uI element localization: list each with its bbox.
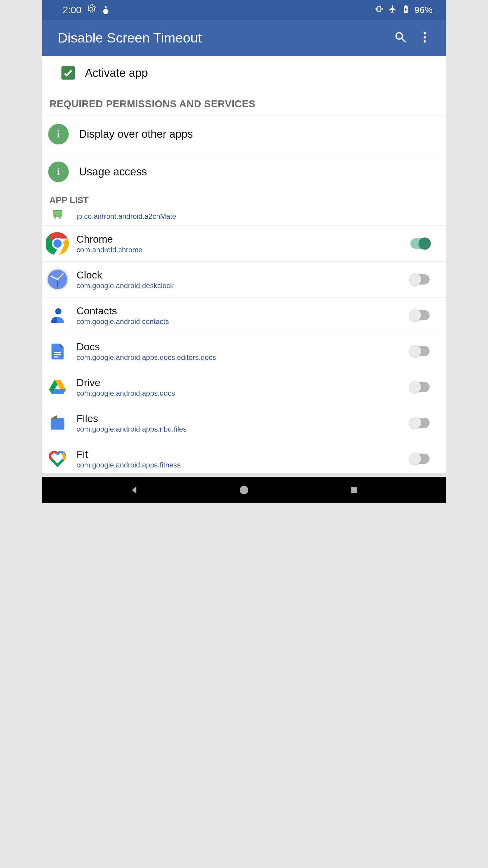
app-row-clock[interactable]: Clock com.google.android.deskclock: [42, 261, 446, 298]
app-row-chrome[interactable]: Chrome com.android.chrome: [42, 226, 446, 261]
status-right: 96%: [375, 4, 432, 16]
battery-icon: [401, 4, 410, 16]
app-package: com.google.android.contacts: [76, 317, 410, 326]
app-toggle[interactable]: [410, 346, 429, 356]
nav-recents-button[interactable]: [336, 481, 372, 499]
docs-icon: [46, 339, 69, 363]
svg-rect-1: [105, 6, 107, 9]
app-text: jp.co.airfront.android.a2chMate: [76, 212, 410, 221]
clock-icon: [46, 268, 69, 291]
app-name: Clock: [76, 269, 410, 281]
app-icon: [46, 210, 69, 222]
app-package: com.google.android.apps.fitness: [76, 461, 410, 469]
svg-point-3: [424, 32, 426, 35]
svg-rect-20: [54, 354, 61, 355]
app-package: jp.co.airfront.android.a2chMate: [76, 212, 410, 221]
app-toggle[interactable]: [410, 274, 429, 284]
chrome-icon: [46, 232, 69, 255]
status-bar: 2:00 96%: [42, 0, 446, 20]
permission-label: Display over other apps: [79, 128, 193, 141]
status-time: 2:00: [63, 4, 82, 16]
app-row[interactable]: jp.co.airfront.android.a2chMate: [42, 210, 446, 226]
svg-rect-24: [351, 487, 357, 493]
info-icon: i: [48, 124, 69, 144]
nav-home-button[interactable]: [226, 481, 262, 499]
svg-rect-22: [51, 418, 64, 430]
battery-percent: 96%: [415, 5, 432, 15]
status-left: 2:00: [63, 4, 110, 16]
app-row-fit[interactable]: Fit com.google.android.apps.fitness: [42, 441, 446, 477]
app-text: Chrome com.android.chrome: [76, 233, 410, 254]
svg-rect-7: [55, 216, 56, 218]
activate-label: Activate app: [85, 67, 148, 80]
app-package: com.google.android.deskclock: [76, 281, 410, 290]
app-toggle[interactable]: [410, 418, 429, 428]
airplane-icon: [388, 4, 397, 16]
svg-point-0: [103, 9, 109, 14]
app-package: com.google.android.apps.docs: [76, 389, 410, 398]
app-text: Drive com.google.android.apps.docs: [76, 377, 410, 398]
contacts-icon: [46, 304, 69, 327]
app-row-docs[interactable]: Docs com.google.android.apps.docs.editor…: [42, 333, 446, 369]
drive-icon: [46, 375, 69, 399]
activate-checkbox[interactable]: [61, 66, 75, 80]
fit-icon: [46, 447, 69, 470]
app-text: Contacts com.google.android.contacts: [76, 305, 410, 326]
permission-label: Usage access: [79, 165, 147, 178]
permissions-section-header: REQUIRED PERMISSIONS AND SERVICES: [42, 90, 446, 115]
svg-rect-2: [378, 6, 381, 12]
app-list: jp.co.airfront.android.a2chMate Chrome c…: [42, 210, 446, 477]
app-toggle[interactable]: [410, 239, 429, 249]
info-icon: i: [48, 161, 69, 182]
app-text: Clock com.google.android.deskclock: [76, 269, 410, 290]
app-package: com.google.android.apps.nbu.files: [76, 425, 410, 433]
svg-rect-19: [54, 352, 61, 353]
app-bar-title: Disable Screen Timeout: [58, 30, 389, 46]
app-row-contacts[interactable]: Contacts com.google.android.contacts: [42, 298, 446, 333]
app-name: Chrome: [76, 233, 410, 245]
app-list-section-header: APP LIST: [42, 190, 446, 210]
vibrate-icon: [375, 4, 384, 16]
app-package: com.android.chrome: [76, 246, 410, 254]
device-frame: 2:00 96% Disable Screen Timeout: [42, 0, 446, 503]
gear-icon: [87, 4, 96, 16]
more-vert-icon: [418, 30, 432, 45]
svg-point-4: [424, 36, 426, 38]
svg-point-23: [240, 486, 248, 494]
app-row-files[interactable]: Files com.google.android.apps.nbu.files: [42, 405, 446, 441]
svg-rect-21: [54, 356, 59, 358]
search-icon: [394, 30, 408, 45]
svg-point-5: [424, 40, 426, 43]
app-toggle[interactable]: [410, 310, 429, 320]
overflow-menu-button[interactable]: [413, 26, 437, 50]
app-text: Fit com.google.android.apps.fitness: [76, 448, 410, 469]
dot-icon: [101, 5, 110, 14]
svg-point-18: [55, 308, 61, 315]
app-name: Contacts: [76, 305, 410, 317]
permission-usage-access[interactable]: i Usage access: [42, 153, 446, 190]
svg-rect-6: [53, 210, 62, 216]
files-icon: [46, 411, 69, 435]
navigation-bar: [42, 477, 446, 503]
app-bar: Disable Screen Timeout: [42, 20, 446, 56]
app-name: Files: [76, 412, 410, 424]
app-toggle[interactable]: [410, 454, 429, 464]
app-name: Drive: [76, 377, 410, 389]
svg-rect-8: [59, 216, 61, 218]
app-toggle[interactable]: [410, 382, 429, 392]
svg-point-17: [57, 278, 59, 281]
app-text: Files com.google.android.apps.nbu.files: [76, 412, 410, 433]
nav-back-button[interactable]: [116, 481, 152, 499]
activate-app-row[interactable]: Activate app: [42, 56, 446, 90]
app-name: Fit: [76, 448, 410, 460]
permission-display-over-apps[interactable]: i Display over other apps: [42, 116, 446, 153]
app-package: com.google.android.apps.docs.editors.doc…: [76, 353, 410, 362]
app-name: Docs: [76, 341, 410, 352]
search-button[interactable]: [389, 26, 413, 50]
app-row-drive[interactable]: Drive com.google.android.apps.docs: [42, 369, 446, 405]
app-text: Docs com.google.android.apps.docs.editor…: [76, 341, 410, 362]
